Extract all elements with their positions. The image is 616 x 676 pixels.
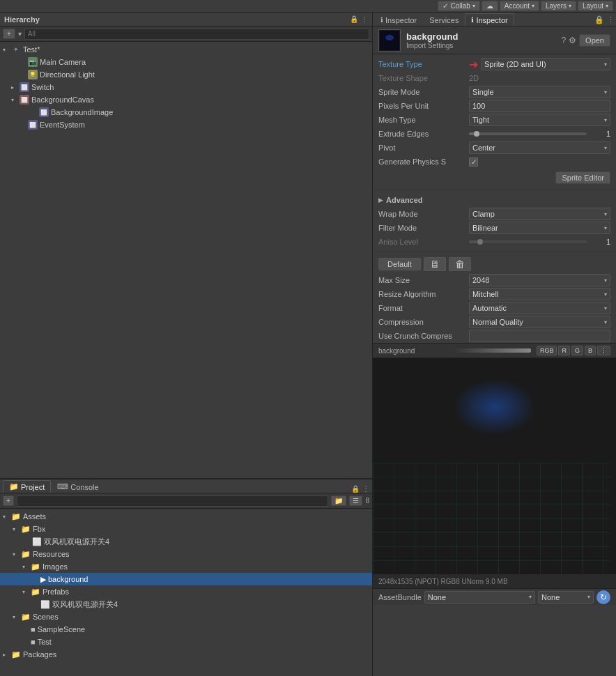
channel-g-button[interactable]: G	[571, 346, 583, 355]
tree-item-main-camera[interactable]: ▸ 📷 Main Camera	[0, 56, 372, 68]
wrap-mode-dropdown[interactable]: Clamp ▾	[469, 208, 610, 220]
channel-r-button[interactable]: R	[558, 346, 570, 355]
inspector-content: Texture Type ➔ Sprite (2D and UI) ▾ Text…	[373, 54, 616, 676]
proj-item-prefabs[interactable]: ▾ 📁 Prefabs	[0, 585, 372, 598]
hierarchy-add-button[interactable]: +	[3, 29, 15, 39]
layout-button[interactable]: Layout ▾	[578, 1, 613, 11]
tab-services[interactable]: Services	[423, 13, 465, 26]
collab-button[interactable]: ✓ Collab ▾	[438, 1, 479, 11]
pivot-label: Pivot	[378, 144, 469, 152]
use-crunch-label: Use Crunch Compres	[378, 332, 469, 340]
extrude-edges-slider[interactable]	[469, 132, 587, 135]
left-panel: Hierarchy 🔒 ⋮ + ▾ ▾ ✦ Test*	[0, 13, 373, 676]
hierarchy-search-input[interactable]	[24, 29, 369, 40]
asset-bundle-sync-button[interactable]: ↻	[596, 590, 610, 604]
proj-item-fbx[interactable]: ▾ 📁 Fbx	[0, 523, 372, 535]
format-label: Format	[378, 304, 469, 312]
project-count-badge: 8	[365, 497, 369, 505]
resize-algorithm-dropdown[interactable]: Mitchell ▾	[469, 288, 610, 300]
camera-icon: 📷	[28, 57, 38, 67]
filter-mode-label: Filter Mode	[378, 224, 469, 232]
tab-inspector2[interactable]: ℹ Inspector	[465, 13, 514, 26]
channel-gradient	[454, 348, 530, 353]
texture-shape-label: Texture Shape	[378, 74, 469, 82]
asset-bundle-dropdown2[interactable]: None ▾	[538, 591, 594, 604]
max-size-label: Max Size	[378, 276, 469, 284]
project-lock-icon[interactable]: 🔒	[351, 485, 360, 493]
hierarchy-panel: Hierarchy 🔒 ⋮ + ▾ ▾ ✦ Test*	[0, 13, 372, 479]
channel-more-button[interactable]: ⋮	[597, 346, 610, 355]
proj-item-prefab-asset[interactable]: ▸ ⬜ 双风机双电源开关4	[0, 598, 372, 610]
tree-item-eventsystem[interactable]: ▸ ⬜ EventSystem	[0, 118, 372, 131]
aniso-level-value: 1	[469, 238, 610, 246]
project-folders-btn[interactable]: 📁	[331, 496, 346, 506]
proj-item-fbx-asset[interactable]: ▸ ⬜ 双风机双电源开关4	[0, 535, 372, 548]
tree-item-backgroundimage[interactable]: ▸ ⬜ BackgroundImage	[0, 106, 372, 118]
hierarchy-title: Hierarchy	[4, 15, 40, 24]
proj-item-scenes[interactable]: ▾ 📁 Scenes	[0, 610, 372, 623]
project-search-input[interactable]	[17, 496, 329, 507]
generate-physics-value: ✓	[469, 158, 610, 167]
hierarchy-dropdown-icon[interactable]: ▾	[18, 30, 22, 38]
help-icon[interactable]: ?	[561, 36, 566, 45]
compression-dropdown[interactable]: Normal Quality ▾	[469, 316, 610, 328]
pivot-dropdown[interactable]: Center ▾	[469, 141, 610, 154]
project-filter-btn[interactable]: ☰	[349, 496, 362, 506]
open-button[interactable]: Open	[579, 34, 610, 47]
use-crunch-row: Use Crunch Compres	[373, 329, 616, 343]
tree-item-backgroundcavas[interactable]: ▾ ⬜ BackgroundCavas	[0, 93, 372, 106]
mesh-type-dropdown[interactable]: Tight ▾	[469, 114, 610, 126]
texture-type-chevron-icon: ▾	[604, 61, 607, 68]
compression-label: Compression	[378, 318, 469, 326]
platform-default-button[interactable]: Default	[378, 258, 421, 270]
proj-item-background[interactable]: ▸ ▶ background	[0, 573, 372, 585]
tab-inspector1[interactable]: ℹ Inspector	[374, 13, 423, 26]
project-add-button[interactable]: +	[3, 496, 14, 506]
sprite-mode-chevron-icon: ▾	[604, 89, 607, 95]
tab-project[interactable]: 📁 Project	[3, 480, 51, 493]
tree-item-test[interactable]: ▾ ✦ Test*	[0, 43, 372, 56]
asset-name: background	[406, 31, 458, 42]
max-size-dropdown[interactable]: 2048 ▾	[469, 274, 610, 286]
hierarchy-menu-icon[interactable]: ⋮	[361, 15, 368, 23]
inspector-lock-icon[interactable]: 🔒	[594, 15, 604, 24]
project-menu-icon[interactable]: ⋮	[362, 485, 369, 493]
sprite-mode-dropdown[interactable]: Single ▾	[469, 86, 610, 98]
format-row: Format Automatic ▾	[373, 301, 616, 315]
channel-rgb-button[interactable]: RGB	[537, 346, 557, 355]
aniso-level-slider[interactable]	[469, 240, 587, 243]
hierarchy-lock-icon[interactable]: 🔒	[350, 15, 358, 23]
tab-console[interactable]: ⌨ Console	[51, 480, 105, 493]
advanced-section-header[interactable]: ▶ Advanced	[373, 193, 616, 207]
platform-trash-button[interactable]: 🗑	[449, 257, 471, 271]
proj-item-resources[interactable]: ▾ 📁 Resources	[0, 548, 372, 560]
proj-item-images[interactable]: ▾ 📁 Images	[0, 560, 372, 573]
gear-icon[interactable]: ⚙	[569, 36, 576, 45]
fbx-asset-icon: ⬜	[32, 537, 42, 546]
format-dropdown[interactable]: Automatic ▾	[469, 302, 610, 314]
generate-physics-checkbox[interactable]: ✓	[469, 158, 478, 167]
proj-item-packages[interactable]: ▸ 📁 Packages	[0, 648, 372, 661]
advanced-section-title: Advanced	[386, 196, 423, 204]
account-button[interactable]: Account ▾	[500, 1, 539, 11]
tree-item-directional-light[interactable]: ▸ 💡 Directional Light	[0, 68, 372, 81]
proj-item-test-scene[interactable]: ▸ ■ Test	[0, 636, 372, 648]
mesh-type-value: Tight ▾	[469, 114, 610, 126]
platform-monitor-button[interactable]: 🖥	[424, 257, 446, 271]
texture-type-dropdown[interactable]: Sprite (2D and UI) ▾	[481, 58, 610, 70]
inspector-kebab-icon[interactable]: ⋮	[607, 15, 615, 24]
use-crunch-input[interactable]	[469, 330, 610, 342]
proj-item-assets[interactable]: ▾ 📁 Assets	[0, 510, 372, 523]
proj-item-samplescene[interactable]: ▸ ■ SampleScene	[0, 623, 372, 636]
tree-item-switch[interactable]: ▸ ⬜ Switch	[0, 81, 372, 93]
sprite-editor-row: Sprite Editor	[373, 169, 616, 187]
channel-b-button[interactable]: B	[585, 346, 596, 355]
sprite-editor-button[interactable]: Sprite Editor	[555, 171, 610, 184]
scene-file-icon-test: ■	[31, 638, 36, 646]
pixels-per-unit-input[interactable]	[469, 100, 610, 112]
layers-button[interactable]: Layers ▾	[541, 1, 576, 11]
cloud-button[interactable]: ☁	[482, 1, 498, 11]
asset-bundle-dropdown1[interactable]: None ▾	[424, 591, 535, 604]
texture-type-label[interactable]: Texture Type	[378, 60, 469, 68]
filter-mode-dropdown[interactable]: Bilinear ▾	[469, 222, 610, 234]
